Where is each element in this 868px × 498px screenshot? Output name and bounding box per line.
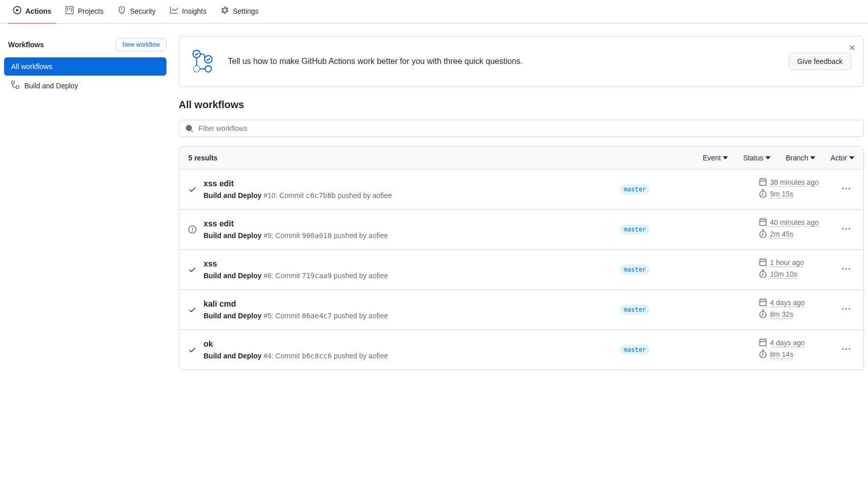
run-time: 40 minutes ago <box>770 218 819 227</box>
run-info: xss edit Build and Deploy #9: Commit 900… <box>204 219 613 240</box>
filter-label: Event <box>703 154 721 162</box>
run-duration: 2m 45s <box>770 230 793 239</box>
run-menu-button[interactable] <box>842 265 854 275</box>
run-title[interactable]: xss edit <box>204 179 613 188</box>
workflows-sidebar: Workflows New workflow All workflowsBuil… <box>4 36 166 370</box>
time-column: 4 days ago 8m 32s <box>759 298 835 321</box>
filter-label: Actor <box>830 154 847 162</box>
close-icon <box>848 44 856 52</box>
workflow-run-row[interactable]: ok Build and Deploy #4: Commit b6c8cc6 p… <box>179 330 863 370</box>
branch-label[interactable]: master <box>620 184 650 194</box>
check-icon <box>188 305 196 315</box>
main-content: Tell us how to make GitHub Actions work … <box>179 36 864 370</box>
run-menu-button[interactable] <box>842 345 854 355</box>
run-title[interactable]: kali cmd <box>204 300 613 309</box>
calendar-icon <box>759 258 767 268</box>
branch-column: master <box>620 345 752 355</box>
workflow-run-row[interactable]: xss edit Build and Deploy #10: Commit c6… <box>179 170 863 210</box>
branch-label[interactable]: master <box>620 264 650 275</box>
tab-label: Insights <box>182 7 207 15</box>
tab-label: Projects <box>78 7 104 15</box>
run-time: 38 minutes ago <box>770 178 819 187</box>
shield-icon <box>118 6 126 16</box>
stopwatch-icon <box>759 189 767 199</box>
calendar-icon <box>759 338 767 348</box>
tab-actions[interactable]: Actions <box>8 0 56 24</box>
workflow-run-row[interactable]: xss edit Build and Deploy #9: Commit 900… <box>179 210 863 250</box>
filter-input[interactable] <box>198 124 857 132</box>
play-circle-icon <box>13 6 21 16</box>
search-icon <box>185 124 193 132</box>
run-time: 4 days ago <box>770 339 805 347</box>
stopwatch-icon <box>759 270 767 279</box>
filter-branch[interactable]: Branch <box>786 154 815 162</box>
workflow-run-row[interactable]: xss Build and Deploy #8: Commit 719caa9 … <box>179 250 863 290</box>
warning-icon <box>188 224 196 235</box>
sidebar-item-label: All workflows <box>11 62 52 71</box>
run-duration: 8m 14s <box>770 350 793 359</box>
check-icon <box>188 264 196 275</box>
filter-actor[interactable]: Actor <box>830 154 854 162</box>
run-menu-button[interactable] <box>842 185 854 194</box>
give-feedback-button[interactable]: Give feedback <box>789 53 852 70</box>
branch-label[interactable]: master <box>620 345 650 355</box>
filter-search-box[interactable] <box>179 120 864 137</box>
filter-status[interactable]: Status <box>743 154 771 162</box>
run-title[interactable]: xss edit <box>204 219 613 228</box>
sidebar-item-all-workflows[interactable]: All workflows <box>4 57 166 76</box>
tab-label: Actions <box>25 7 51 15</box>
stopwatch-icon <box>759 229 767 239</box>
results-list: 5 results EventStatusBranchActor xss edi… <box>179 146 864 370</box>
graph-icon <box>170 6 178 16</box>
run-subtitle: Build and Deploy #5: Commit 86ae4c7 push… <box>204 312 613 320</box>
gear-icon <box>221 6 229 16</box>
workflow-icon <box>11 81 19 90</box>
sidebar-item-label: Build and Deploy <box>24 82 78 90</box>
results-count: 5 results <box>188 154 687 162</box>
run-menu-button[interactable] <box>842 305 854 315</box>
svg-point-3 <box>205 65 212 72</box>
calendar-icon <box>759 298 767 308</box>
branch-label[interactable]: master <box>620 224 650 235</box>
run-subtitle: Build and Deploy #8: Commit 719caa9 push… <box>204 272 613 280</box>
stopwatch-icon <box>759 310 767 319</box>
branch-column: master <box>620 305 752 315</box>
branch-column: master <box>620 224 752 235</box>
branch-column: master <box>620 184 752 194</box>
tab-settings[interactable]: Settings <box>216 0 264 24</box>
filter-event[interactable]: Event <box>703 154 728 162</box>
run-info: kali cmd Build and Deploy #5: Commit 86a… <box>204 300 613 320</box>
branch-label[interactable]: master <box>620 305 650 315</box>
run-duration: 8m 32s <box>770 310 793 319</box>
branch-column: master <box>620 264 752 275</box>
tab-label: Security <box>130 7 156 15</box>
run-duration: 10m 10s <box>770 270 797 279</box>
time-column: 4 days ago 8m 14s <box>759 338 835 361</box>
check-icon <box>188 345 196 355</box>
run-menu-button[interactable] <box>842 225 854 235</box>
caret-down-icon <box>765 154 771 162</box>
run-info: xss Build and Deploy #8: Commit 719caa9 … <box>204 259 613 280</box>
sidebar-title: Workflows <box>8 41 44 49</box>
feedback-banner: Tell us how to make GitHub Actions work … <box>179 36 864 87</box>
run-title[interactable]: ok <box>204 340 613 349</box>
workflow-run-row[interactable]: kali cmd Build and Deploy #5: Commit 86a… <box>179 290 863 330</box>
stopwatch-icon <box>759 350 767 359</box>
run-time: 4 days ago <box>770 298 805 307</box>
tab-insights[interactable]: Insights <box>165 0 212 24</box>
project-icon <box>65 6 74 16</box>
run-info: ok Build and Deploy #4: Commit b6c8cc6 p… <box>204 340 613 360</box>
sidebar-item-build-and-deploy[interactable]: Build and Deploy <box>4 76 166 95</box>
time-column: 40 minutes ago 2m 45s <box>759 218 835 241</box>
time-column: 1 hour ago 10m 10s <box>759 258 835 281</box>
new-workflow-button[interactable]: New workflow <box>116 38 166 51</box>
tab-security[interactable]: Security <box>113 0 161 24</box>
run-title[interactable]: xss <box>204 259 613 269</box>
close-banner-button[interactable] <box>848 44 856 54</box>
workflow-illustration-icon <box>191 49 217 74</box>
tab-projects[interactable]: Projects <box>60 0 109 24</box>
filter-label: Branch <box>786 154 808 162</box>
run-info: xss edit Build and Deploy #10: Commit c6… <box>204 179 613 200</box>
time-column: 38 minutes ago 9m 15s <box>759 178 835 201</box>
repo-tabs: ActionsProjectsSecurityInsightsSettings <box>0 0 868 24</box>
